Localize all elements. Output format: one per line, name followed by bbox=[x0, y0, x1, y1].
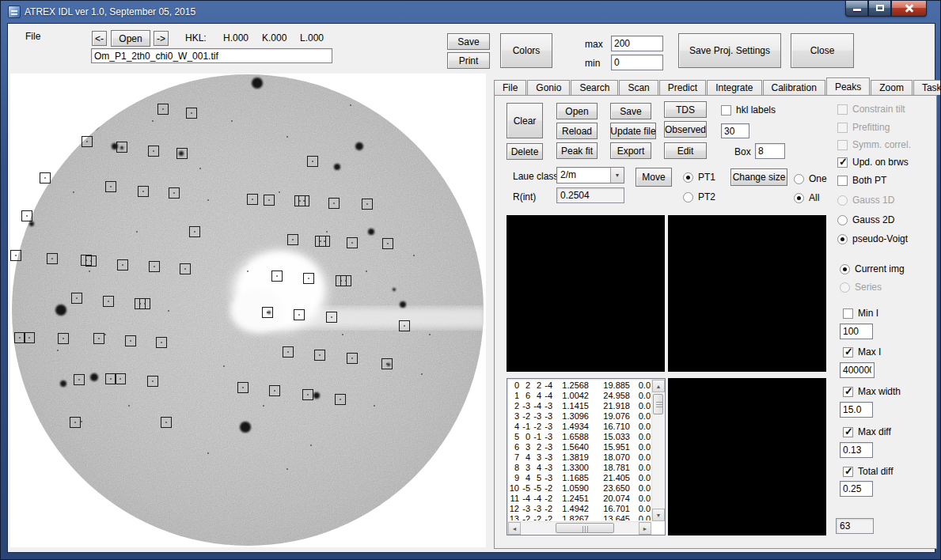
tab-calibration[interactable]: Calibration bbox=[763, 80, 825, 95]
peak-list-row[interactable]: 022-41.256819.8850.0 bbox=[509, 380, 651, 391]
diffraction-image[interactable] bbox=[10, 74, 486, 547]
min-i-input[interactable] bbox=[840, 324, 873, 339]
next-image-button[interactable]: -> bbox=[154, 31, 169, 46]
max-width-input[interactable] bbox=[840, 402, 873, 418]
max-diff-input[interactable] bbox=[840, 442, 873, 458]
tab-predict[interactable]: Predict bbox=[659, 80, 706, 95]
clear-button[interactable]: Clear bbox=[507, 103, 543, 138]
move-button[interactable]: Move bbox=[636, 168, 672, 187]
tab-gonio[interactable]: Gonio bbox=[527, 80, 570, 95]
update-file-button[interactable]: Update file bbox=[610, 123, 656, 139]
export-button[interactable]: Export bbox=[610, 142, 651, 159]
peak-list-row[interactable]: 4-1-2-31.493416.7100.0 bbox=[509, 422, 651, 432]
peak-list[interactable]: 022-41.256819.8850.0164-41.004224.9580.0… bbox=[507, 378, 666, 535]
prev-image-button[interactable]: <- bbox=[92, 31, 107, 46]
upd-on-brws-checkbox[interactable]: Upd. on brws bbox=[837, 157, 909, 168]
hscroll-thumb[interactable] bbox=[556, 523, 614, 533]
close-button[interactable] bbox=[891, 1, 927, 17]
max-i-checkbox[interactable]: Max I bbox=[843, 346, 881, 358]
vertical-scrollbar[interactable]: ▲ ▼ bbox=[651, 380, 664, 521]
diffraction-spot bbox=[89, 120, 99, 130]
reload-button[interactable]: Reload bbox=[556, 123, 598, 139]
colors-button[interactable]: Colors bbox=[500, 33, 552, 68]
laue-class-select[interactable]: 2/m ▼ bbox=[556, 167, 624, 184]
tab-task-list[interactable]: Task List bbox=[913, 80, 941, 95]
peak-marker-dot bbox=[78, 379, 80, 380]
max-input[interactable] bbox=[611, 36, 663, 51]
peak-list-row[interactable]: 632-31.564015.9510.0 bbox=[509, 442, 651, 452]
scroll-left-icon[interactable]: ◄ bbox=[508, 522, 521, 535]
horizontal-scrollbar[interactable]: ◄ ► bbox=[508, 521, 651, 534]
one-radio[interactable]: One bbox=[794, 173, 827, 184]
peak-preview-panel-3[interactable] bbox=[668, 378, 826, 535]
prefitting-checkbox[interactable]: Prefitting bbox=[837, 122, 890, 133]
threshold-input[interactable] bbox=[721, 123, 749, 138]
peak-fit-button[interactable]: Peak fit bbox=[556, 142, 598, 159]
both-pt-checkbox[interactable]: Both PT bbox=[837, 175, 886, 186]
maximize-button[interactable] bbox=[868, 1, 891, 17]
chevron-down-icon[interactable]: ▼ bbox=[610, 168, 624, 183]
peak-list-row[interactable]: 164-41.004224.9580.0 bbox=[509, 391, 651, 401]
gauss-1d-radio[interactable]: Gauss 1D bbox=[837, 195, 894, 206]
peak-list-row[interactable]: 10-5-5-21.059023.6500.0 bbox=[509, 483, 651, 494]
peak-list-row[interactable]: 12-3-3-21.494216.7010.0 bbox=[509, 504, 651, 514]
tab-zoom[interactable]: Zoom bbox=[871, 80, 913, 95]
series-radio[interactable]: Series bbox=[840, 282, 882, 293]
total-diff-checkbox[interactable]: Total diff bbox=[843, 466, 893, 477]
tab-peaks[interactable]: Peaks bbox=[826, 78, 870, 95]
constrain-tilt-checkbox[interactable]: Constrain tilt bbox=[837, 104, 905, 115]
tab-integrate[interactable]: Integrate bbox=[707, 80, 761, 95]
peak-list-row[interactable]: 743-31.381918.0700.0 bbox=[509, 452, 651, 463]
peak-preview-panel-1[interactable] bbox=[507, 215, 665, 372]
diffraction-dot bbox=[326, 231, 328, 233]
hkl-labels-checkbox[interactable]: hkl labels bbox=[721, 104, 776, 115]
peak-list-row[interactable]: 50-1-31.658815.0330.0 bbox=[509, 432, 651, 442]
edit-button[interactable]: Edit bbox=[664, 142, 707, 159]
scroll-up-icon[interactable]: ▲ bbox=[652, 380, 665, 392]
diffraction-image-panel[interactable] bbox=[10, 74, 486, 547]
scroll-down-icon[interactable]: ▼ bbox=[652, 509, 665, 521]
all-radio[interactable]: All bbox=[794, 192, 819, 203]
peak-list-row[interactable]: 945-31.168521.4050.0 bbox=[509, 473, 651, 483]
pt1-radio[interactable]: PT1 bbox=[683, 172, 715, 183]
symm-correl-checkbox[interactable]: Symm. correl. bbox=[837, 139, 911, 150]
filename-input[interactable] bbox=[91, 48, 332, 63]
tds-button[interactable]: TDS bbox=[664, 101, 707, 118]
close-app-button[interactable]: Close bbox=[791, 33, 854, 68]
peak-preview-panel-2[interactable] bbox=[668, 215, 826, 372]
min-input[interactable] bbox=[611, 55, 663, 70]
observed-button[interactable]: Observed bbox=[664, 121, 707, 138]
delete-button[interactable]: Delete bbox=[507, 143, 543, 160]
peak-list-row[interactable]: 2-3-4-31.141521.9180.0 bbox=[509, 401, 651, 411]
total-diff-input[interactable] bbox=[840, 481, 873, 497]
print-button[interactable]: Print bbox=[447, 52, 490, 69]
save-peaks-button[interactable]: Save bbox=[610, 103, 651, 119]
pt2-radio[interactable]: PT2 bbox=[683, 191, 715, 202]
current-img-radio[interactable]: Current img bbox=[840, 263, 905, 274]
tab-search[interactable]: Search bbox=[571, 80, 618, 95]
save-proj-settings-button[interactable]: Save Proj. Settings bbox=[678, 33, 781, 68]
max-i-input[interactable] bbox=[840, 362, 875, 378]
box-input[interactable] bbox=[755, 143, 785, 159]
peak-list-row[interactable]: 834-31.330018.7810.0 bbox=[509, 463, 651, 473]
tab-file[interactable]: File bbox=[494, 80, 526, 95]
menu-file[interactable]: File bbox=[25, 31, 40, 42]
diffraction-dot bbox=[247, 271, 249, 272]
change-size-button[interactable]: Change size bbox=[730, 168, 787, 186]
minimize-button[interactable] bbox=[845, 1, 868, 17]
pseudo-voigt-radio[interactable]: pseudo-Voigt bbox=[837, 233, 908, 244]
max-diff-checkbox[interactable]: Max diff bbox=[843, 426, 891, 437]
save-image-button[interactable]: Save bbox=[447, 33, 490, 50]
scroll-right-icon[interactable]: ► bbox=[639, 522, 651, 535]
title-bar[interactable]: ATREX IDL ver 1.0, September 05, 2015 bbox=[1, 1, 940, 23]
open-peaks-button[interactable]: Open bbox=[556, 103, 598, 119]
tab-scan[interactable]: Scan bbox=[619, 80, 658, 95]
open-image-button[interactable]: Open bbox=[111, 30, 150, 47]
min-i-checkbox[interactable]: Min I bbox=[843, 308, 878, 319]
max-width-checkbox[interactable]: Max width bbox=[843, 386, 901, 397]
vscroll-thumb[interactable] bbox=[653, 394, 663, 414]
peak-list-row[interactable]: 11-4-4-21.245120.0740.0 bbox=[509, 494, 651, 504]
gauss-2d-radio[interactable]: Gauss 2D bbox=[837, 214, 894, 225]
peak-list-row[interactable]: 3-2-3-31.309619.0760.0 bbox=[509, 411, 651, 422]
peak-list-row[interactable]: 13-2-2-21.826713.6450.0 bbox=[509, 514, 651, 520]
